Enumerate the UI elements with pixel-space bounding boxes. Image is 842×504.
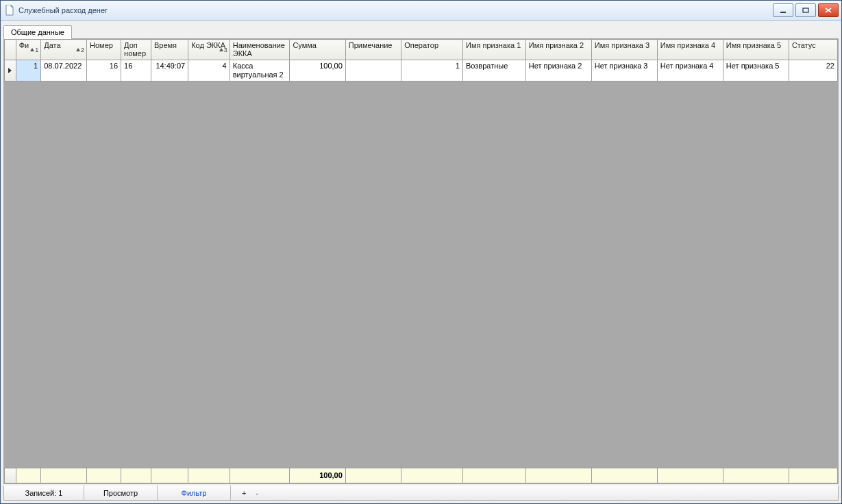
total-attr3 <box>591 468 657 483</box>
cell-nameekka[interactable]: Касса виртуальная 2 <box>230 60 290 81</box>
minimize-button[interactable] <box>773 3 793 17</box>
col-note[interactable]: Примечание <box>345 40 401 60</box>
col-attr4[interactable]: Имя признака 4 <box>657 40 723 60</box>
cell-attr2[interactable]: Нет признака 2 <box>525 60 591 81</box>
cell-status[interactable]: 22 <box>789 60 837 81</box>
title-bar[interactable]: Служебный расход денег <box>1 1 841 21</box>
grid-table: Фи 1 Дата 2 <box>4 39 838 81</box>
total-attr4 <box>657 468 723 483</box>
col-fi[interactable]: Фи 1 <box>16 40 41 60</box>
add-button[interactable]: + <box>242 489 246 497</box>
row-selector-header[interactable] <box>5 40 16 60</box>
client-area: Общие данные Фи <box>1 21 841 503</box>
sort-indicator-icon: 2 <box>76 46 84 54</box>
window-title: Служебный расход денег <box>18 6 773 14</box>
total-oper <box>401 468 463 483</box>
add-remove-group: + - <box>231 486 269 500</box>
totals-row: 100,00 <box>4 468 838 483</box>
status-bar: Записей: 1 Просмотр Фильтр + - <box>3 486 839 501</box>
col-attr1[interactable]: Имя признака 1 <box>462 40 525 60</box>
col-nameekka[interactable]: Наименование ЭККА <box>230 40 290 60</box>
row-indicator[interactable] <box>5 60 16 81</box>
cell-attr5[interactable]: Нет признака 5 <box>723 60 789 81</box>
col-time[interactable]: Время <box>151 40 188 60</box>
current-row-icon <box>8 68 12 73</box>
total-selector <box>5 468 16 483</box>
records-count[interactable]: Записей: 1 <box>4 486 84 500</box>
cell-dopnum[interactable]: 16 <box>121 60 151 81</box>
cell-time[interactable]: 14:49:07 <box>151 60 188 81</box>
cell-date[interactable]: 08.07.2022 <box>41 60 87 81</box>
col-dopnum[interactable]: Доп номер <box>121 40 151 60</box>
col-number[interactable]: Номер <box>87 40 121 60</box>
total-number <box>87 468 121 483</box>
col-attr3[interactable]: Имя признака 3 <box>591 40 657 60</box>
tab-strip: Общие данные <box>3 23 839 38</box>
col-sum[interactable]: Сумма <box>290 40 345 60</box>
cell-oper[interactable]: 1 <box>401 60 463 81</box>
total-fi <box>16 468 41 483</box>
col-attr2[interactable]: Имя признака 2 <box>525 40 591 60</box>
svg-rect-0 <box>780 12 786 13</box>
cell-number[interactable]: 16 <box>87 60 121 81</box>
col-date-label: Дата <box>44 41 60 49</box>
col-fi-label: Фи <box>19 41 29 49</box>
sort-indicator-icon: 1 <box>30 46 38 54</box>
total-note <box>345 468 401 483</box>
remove-button[interactable]: - <box>256 489 258 497</box>
close-button[interactable] <box>818 3 839 17</box>
window-buttons <box>773 3 839 17</box>
document-icon <box>5 5 14 16</box>
data-row[interactable]: 1 08.07.2022 16 16 14:49:07 4 Касса вирт… <box>5 60 838 81</box>
maximize-button[interactable] <box>795 3 816 17</box>
cell-kodekka[interactable]: 4 <box>188 60 230 81</box>
total-time <box>151 468 188 483</box>
total-attr2 <box>525 468 591 483</box>
filter-button[interactable]: Фильтр <box>158 486 231 500</box>
data-grid[interactable]: Фи 1 Дата 2 <box>3 38 839 484</box>
cell-note[interactable] <box>345 60 401 81</box>
cell-fi[interactable]: 1 <box>16 60 41 81</box>
tab-general[interactable]: Общие данные <box>3 25 72 39</box>
view-mode-button[interactable]: Просмотр <box>84 486 158 500</box>
grid-empty-area[interactable] <box>4 81 838 468</box>
col-status[interactable]: Статус <box>789 40 837 60</box>
header-row: Фи 1 Дата 2 <box>5 40 838 60</box>
cell-sum[interactable]: 100,00 <box>290 60 345 81</box>
col-attr5[interactable]: Имя признака 5 <box>723 40 789 60</box>
total-kodekka <box>188 468 230 483</box>
cell-attr1[interactable]: Возвратные <box>462 60 525 81</box>
total-nameekka <box>230 468 290 483</box>
col-oper[interactable]: Оператор <box>401 40 463 60</box>
svg-rect-1 <box>803 8 808 12</box>
total-status <box>789 468 837 483</box>
total-attr1 <box>462 468 525 483</box>
total-sum: 100,00 <box>290 468 345 483</box>
sort-indicator-icon: 3 <box>219 46 227 54</box>
app-window: Служебный расход денег Общие данные <box>0 0 842 504</box>
col-date[interactable]: Дата 2 <box>41 40 87 60</box>
total-dopnum <box>121 468 151 483</box>
cell-attr3[interactable]: Нет признака 3 <box>591 60 657 81</box>
cell-attr4[interactable]: Нет признака 4 <box>657 60 723 81</box>
total-date <box>41 468 87 483</box>
total-attr5 <box>723 468 789 483</box>
col-kodekka[interactable]: Код ЭККА 3 <box>188 40 230 60</box>
